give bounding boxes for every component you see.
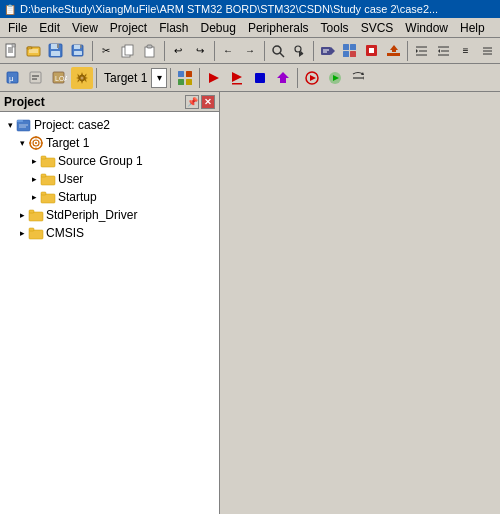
build-target-button[interactable] <box>203 67 225 89</box>
sg1-expand-icon[interactable]: ▸ <box>28 155 40 167</box>
undo-button[interactable]: ↩ <box>168 40 189 62</box>
title-text: D:\benkeStudy\XiangMuFile\ARM STM32 BORD… <box>20 3 438 15</box>
user-expand-icon[interactable]: ▸ <box>28 173 40 185</box>
svg-rect-88 <box>41 192 46 195</box>
panel-close-button[interactable]: ✕ <box>201 95 215 109</box>
project-icon <box>16 117 32 133</box>
copy-button[interactable] <box>118 40 139 62</box>
svg-rect-73 <box>17 120 23 122</box>
svg-marker-35 <box>390 45 398 52</box>
svg-marker-39 <box>416 49 418 53</box>
svg-line-21 <box>280 53 284 57</box>
target-label: Target 1 <box>104 71 147 85</box>
target-dropdown-arrow[interactable]: ▾ <box>151 68 167 88</box>
sg1-label: Source Group 1 <box>58 154 143 168</box>
svg-rect-89 <box>29 212 43 221</box>
menu-project[interactable]: Project <box>104 19 153 37</box>
target-options-button[interactable] <box>71 67 93 89</box>
rebuild-button[interactable] <box>339 40 360 62</box>
tree-cmsis[interactable]: ▸ CMSIS <box>0 224 219 242</box>
menu-bar: File Edit View Project Flash Debug Perip… <box>0 18 500 38</box>
menu-view[interactable]: View <box>66 19 104 37</box>
svg-text:LOAD: LOAD <box>55 75 67 82</box>
new-file-button[interactable] <box>2 40 23 62</box>
toolbar-separator-1 <box>92 41 93 61</box>
svg-rect-10 <box>57 44 59 48</box>
svg-point-78 <box>35 142 37 144</box>
build-button[interactable] <box>317 40 338 62</box>
menu-tools[interactable]: Tools <box>315 19 355 37</box>
menu-peripherals[interactable]: Peripherals <box>242 19 315 37</box>
svg-rect-90 <box>29 210 34 213</box>
svg-rect-58 <box>178 79 184 85</box>
save-all-button[interactable] <box>68 40 89 62</box>
download-to-flash-button[interactable] <box>272 67 294 89</box>
menu-svcs[interactable]: SVCS <box>355 19 400 37</box>
menu-flash[interactable]: Flash <box>153 19 194 37</box>
rebuild-target-button[interactable] <box>226 67 248 89</box>
menu-window[interactable]: Window <box>399 19 454 37</box>
menu-edit[interactable]: Edit <box>33 19 66 37</box>
cmsis-expand-icon[interactable]: ▸ <box>16 227 28 239</box>
tree-target[interactable]: ▾ Target 1 <box>0 134 219 152</box>
start-debug-button[interactable] <box>301 67 323 89</box>
svg-rect-13 <box>74 45 80 49</box>
stop-build-btn[interactable] <box>249 67 271 89</box>
indent-button[interactable] <box>411 40 432 62</box>
svg-rect-57 <box>186 71 192 77</box>
project-panel: Project 📌 ✕ ▾ Project: case <box>0 92 220 514</box>
panel-pin-button[interactable]: 📌 <box>185 95 199 109</box>
folder-icon-user <box>40 171 56 187</box>
svg-rect-34 <box>387 53 400 56</box>
svg-marker-61 <box>232 72 242 82</box>
paste-button[interactable] <box>140 40 161 62</box>
svg-rect-31 <box>350 51 356 57</box>
svg-marker-66 <box>310 75 316 81</box>
panel-header: Project 📌 ✕ <box>0 92 219 112</box>
project-tree: ▾ Project: case2 ▾ <box>0 112 219 514</box>
open-file-button[interactable] <box>24 40 45 62</box>
svg-rect-84 <box>41 156 46 159</box>
manage-components-button[interactable] <box>174 67 196 89</box>
main-area: Project 📌 ✕ ▾ Project: case <box>0 92 500 514</box>
save-button[interactable] <box>46 40 67 62</box>
more-button[interactable] <box>477 40 498 62</box>
toolbar2-separator-3 <box>199 68 200 88</box>
svg-rect-24 <box>321 47 331 55</box>
back-button[interactable]: ← <box>218 40 239 62</box>
folder-icon-startup <box>40 189 56 205</box>
redo-button[interactable]: ↪ <box>190 40 211 62</box>
toolbar2-btn3[interactable]: LOAD <box>48 67 70 89</box>
tree-startup[interactable]: ▸ Startup <box>0 188 219 206</box>
tree-root[interactable]: ▾ Project: case2 <box>0 116 219 134</box>
download-button[interactable] <box>383 40 404 62</box>
svg-marker-71 <box>363 76 364 80</box>
menu-debug[interactable]: Debug <box>195 19 242 37</box>
format-button[interactable]: ≡ <box>455 40 476 62</box>
tree-user[interactable]: ▸ User <box>0 170 219 188</box>
spd-expand-icon[interactable]: ▸ <box>16 209 28 221</box>
forward-button[interactable]: → <box>240 40 261 62</box>
svg-text:μ: μ <box>9 74 14 83</box>
svg-rect-15 <box>74 51 82 55</box>
unindent-button[interactable] <box>433 40 454 62</box>
toolbar2-btn1[interactable]: μ <box>2 67 24 89</box>
toolbar2-btn2[interactable] <box>25 67 47 89</box>
menu-file[interactable]: File <box>2 19 33 37</box>
find-button[interactable] <box>267 40 288 62</box>
tree-source-group-1[interactable]: ▸ Source Group 1 <box>0 152 219 170</box>
svg-rect-33 <box>369 48 374 53</box>
svg-rect-11 <box>51 51 60 56</box>
stop-build-button[interactable] <box>361 40 382 62</box>
menu-help[interactable]: Help <box>454 19 491 37</box>
run-button[interactable] <box>324 67 346 89</box>
target-expand-icon[interactable]: ▾ <box>16 137 28 149</box>
startup-expand-icon[interactable]: ▸ <box>28 191 40 203</box>
svg-point-55 <box>81 76 84 79</box>
root-expand-icon[interactable]: ▾ <box>4 119 16 131</box>
tree-stdperiph-driver[interactable]: ▸ StdPeriph_Driver <box>0 206 219 224</box>
cut-button[interactable]: ✂ <box>96 40 117 62</box>
replace-button[interactable] <box>289 40 310 62</box>
step-over-button[interactable] <box>347 67 369 89</box>
svg-rect-9 <box>51 44 58 49</box>
